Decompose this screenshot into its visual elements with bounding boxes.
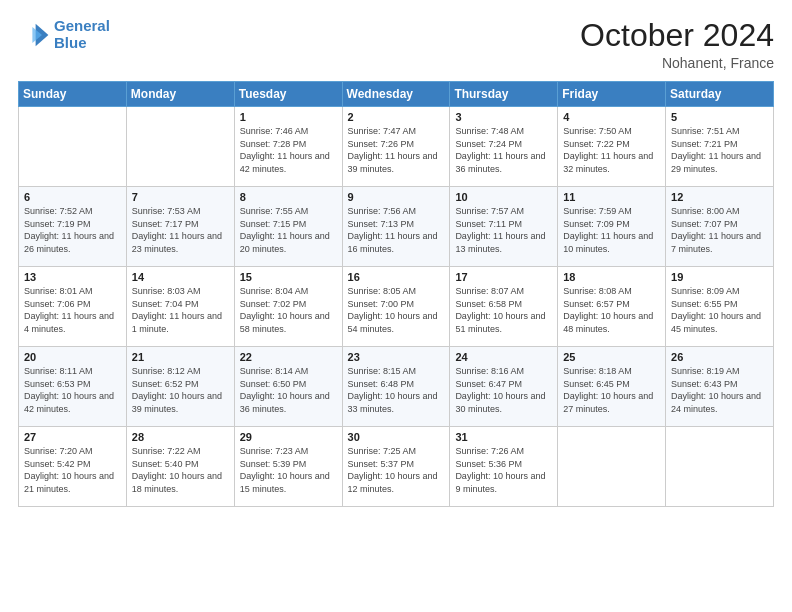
week-row-4: 20Sunrise: 8:11 AMSunset: 6:53 PMDayligh… bbox=[19, 347, 774, 427]
day-number: 9 bbox=[348, 191, 445, 203]
day-number: 30 bbox=[348, 431, 445, 443]
calendar-table: SundayMondayTuesdayWednesdayThursdayFrid… bbox=[18, 81, 774, 507]
weekday-header-wednesday: Wednesday bbox=[342, 82, 450, 107]
calendar-cell: 11Sunrise: 7:59 AMSunset: 7:09 PMDayligh… bbox=[558, 187, 666, 267]
day-info: Sunrise: 7:55 AMSunset: 7:15 PMDaylight:… bbox=[240, 205, 337, 255]
calendar-cell bbox=[666, 427, 774, 507]
day-info: Sunrise: 7:59 AMSunset: 7:09 PMDaylight:… bbox=[563, 205, 660, 255]
calendar-cell: 16Sunrise: 8:05 AMSunset: 7:00 PMDayligh… bbox=[342, 267, 450, 347]
month-title: October 2024 bbox=[580, 18, 774, 53]
day-info: Sunrise: 7:47 AMSunset: 7:26 PMDaylight:… bbox=[348, 125, 445, 175]
calendar-cell: 6Sunrise: 7:52 AMSunset: 7:19 PMDaylight… bbox=[19, 187, 127, 267]
day-number: 17 bbox=[455, 271, 552, 283]
day-info: Sunrise: 7:50 AMSunset: 7:22 PMDaylight:… bbox=[563, 125, 660, 175]
day-number: 23 bbox=[348, 351, 445, 363]
day-number: 19 bbox=[671, 271, 768, 283]
calendar-cell: 23Sunrise: 8:15 AMSunset: 6:48 PMDayligh… bbox=[342, 347, 450, 427]
day-info: Sunrise: 7:46 AMSunset: 7:28 PMDaylight:… bbox=[240, 125, 337, 175]
day-number: 14 bbox=[132, 271, 229, 283]
calendar-cell: 27Sunrise: 7:20 AMSunset: 5:42 PMDayligh… bbox=[19, 427, 127, 507]
day-number: 13 bbox=[24, 271, 121, 283]
day-info: Sunrise: 7:26 AMSunset: 5:36 PMDaylight:… bbox=[455, 445, 552, 495]
day-info: Sunrise: 8:11 AMSunset: 6:53 PMDaylight:… bbox=[24, 365, 121, 415]
logo-text: General Blue bbox=[54, 18, 110, 51]
day-info: Sunrise: 8:09 AMSunset: 6:55 PMDaylight:… bbox=[671, 285, 768, 335]
calendar-cell bbox=[558, 427, 666, 507]
day-info: Sunrise: 8:03 AMSunset: 7:04 PMDaylight:… bbox=[132, 285, 229, 335]
day-number: 25 bbox=[563, 351, 660, 363]
calendar-page: General Blue October 2024 Nohanent, Fran… bbox=[0, 0, 792, 612]
calendar-cell bbox=[19, 107, 127, 187]
weekday-header-tuesday: Tuesday bbox=[234, 82, 342, 107]
title-block: October 2024 Nohanent, France bbox=[580, 18, 774, 71]
calendar-cell: 9Sunrise: 7:56 AMSunset: 7:13 PMDaylight… bbox=[342, 187, 450, 267]
day-number: 16 bbox=[348, 271, 445, 283]
logo-icon bbox=[18, 19, 50, 51]
day-number: 31 bbox=[455, 431, 552, 443]
logo-blue: Blue bbox=[54, 34, 87, 51]
calendar-cell: 1Sunrise: 7:46 AMSunset: 7:28 PMDaylight… bbox=[234, 107, 342, 187]
day-info: Sunrise: 7:52 AMSunset: 7:19 PMDaylight:… bbox=[24, 205, 121, 255]
day-info: Sunrise: 7:48 AMSunset: 7:24 PMDaylight:… bbox=[455, 125, 552, 175]
day-number: 3 bbox=[455, 111, 552, 123]
day-info: Sunrise: 7:22 AMSunset: 5:40 PMDaylight:… bbox=[132, 445, 229, 495]
header: General Blue October 2024 Nohanent, Fran… bbox=[18, 18, 774, 71]
calendar-cell: 4Sunrise: 7:50 AMSunset: 7:22 PMDaylight… bbox=[558, 107, 666, 187]
day-number: 28 bbox=[132, 431, 229, 443]
day-number: 5 bbox=[671, 111, 768, 123]
calendar-cell: 7Sunrise: 7:53 AMSunset: 7:17 PMDaylight… bbox=[126, 187, 234, 267]
calendar-cell: 29Sunrise: 7:23 AMSunset: 5:39 PMDayligh… bbox=[234, 427, 342, 507]
day-info: Sunrise: 8:14 AMSunset: 6:50 PMDaylight:… bbox=[240, 365, 337, 415]
day-number: 4 bbox=[563, 111, 660, 123]
calendar-cell: 8Sunrise: 7:55 AMSunset: 7:15 PMDaylight… bbox=[234, 187, 342, 267]
calendar-cell: 10Sunrise: 7:57 AMSunset: 7:11 PMDayligh… bbox=[450, 187, 558, 267]
day-number: 2 bbox=[348, 111, 445, 123]
day-info: Sunrise: 8:12 AMSunset: 6:52 PMDaylight:… bbox=[132, 365, 229, 415]
day-number: 29 bbox=[240, 431, 337, 443]
day-info: Sunrise: 7:53 AMSunset: 7:17 PMDaylight:… bbox=[132, 205, 229, 255]
day-number: 7 bbox=[132, 191, 229, 203]
calendar-cell: 22Sunrise: 8:14 AMSunset: 6:50 PMDayligh… bbox=[234, 347, 342, 427]
day-info: Sunrise: 8:19 AMSunset: 6:43 PMDaylight:… bbox=[671, 365, 768, 415]
calendar-cell bbox=[126, 107, 234, 187]
calendar-cell: 12Sunrise: 8:00 AMSunset: 7:07 PMDayligh… bbox=[666, 187, 774, 267]
day-info: Sunrise: 8:18 AMSunset: 6:45 PMDaylight:… bbox=[563, 365, 660, 415]
day-number: 21 bbox=[132, 351, 229, 363]
calendar-cell: 20Sunrise: 8:11 AMSunset: 6:53 PMDayligh… bbox=[19, 347, 127, 427]
calendar-cell: 2Sunrise: 7:47 AMSunset: 7:26 PMDaylight… bbox=[342, 107, 450, 187]
calendar-cell: 3Sunrise: 7:48 AMSunset: 7:24 PMDaylight… bbox=[450, 107, 558, 187]
day-info: Sunrise: 8:15 AMSunset: 6:48 PMDaylight:… bbox=[348, 365, 445, 415]
day-info: Sunrise: 8:04 AMSunset: 7:02 PMDaylight:… bbox=[240, 285, 337, 335]
calendar-cell: 31Sunrise: 7:26 AMSunset: 5:36 PMDayligh… bbox=[450, 427, 558, 507]
weekday-header-row: SundayMondayTuesdayWednesdayThursdayFrid… bbox=[19, 82, 774, 107]
day-number: 8 bbox=[240, 191, 337, 203]
day-number: 24 bbox=[455, 351, 552, 363]
weekday-header-friday: Friday bbox=[558, 82, 666, 107]
calendar-cell: 28Sunrise: 7:22 AMSunset: 5:40 PMDayligh… bbox=[126, 427, 234, 507]
day-number: 26 bbox=[671, 351, 768, 363]
day-number: 10 bbox=[455, 191, 552, 203]
day-number: 27 bbox=[24, 431, 121, 443]
calendar-cell: 15Sunrise: 8:04 AMSunset: 7:02 PMDayligh… bbox=[234, 267, 342, 347]
calendar-cell: 24Sunrise: 8:16 AMSunset: 6:47 PMDayligh… bbox=[450, 347, 558, 427]
calendar-cell: 13Sunrise: 8:01 AMSunset: 7:06 PMDayligh… bbox=[19, 267, 127, 347]
calendar-cell: 17Sunrise: 8:07 AMSunset: 6:58 PMDayligh… bbox=[450, 267, 558, 347]
day-info: Sunrise: 7:20 AMSunset: 5:42 PMDaylight:… bbox=[24, 445, 121, 495]
day-info: Sunrise: 7:51 AMSunset: 7:21 PMDaylight:… bbox=[671, 125, 768, 175]
day-info: Sunrise: 7:57 AMSunset: 7:11 PMDaylight:… bbox=[455, 205, 552, 255]
calendar-cell: 25Sunrise: 8:18 AMSunset: 6:45 PMDayligh… bbox=[558, 347, 666, 427]
calendar-cell: 30Sunrise: 7:25 AMSunset: 5:37 PMDayligh… bbox=[342, 427, 450, 507]
day-info: Sunrise: 7:23 AMSunset: 5:39 PMDaylight:… bbox=[240, 445, 337, 495]
day-number: 18 bbox=[563, 271, 660, 283]
weekday-header-thursday: Thursday bbox=[450, 82, 558, 107]
day-number: 12 bbox=[671, 191, 768, 203]
location-title: Nohanent, France bbox=[580, 55, 774, 71]
day-number: 22 bbox=[240, 351, 337, 363]
weekday-header-monday: Monday bbox=[126, 82, 234, 107]
calendar-cell: 18Sunrise: 8:08 AMSunset: 6:57 PMDayligh… bbox=[558, 267, 666, 347]
day-number: 15 bbox=[240, 271, 337, 283]
logo-general: General bbox=[54, 17, 110, 34]
day-number: 1 bbox=[240, 111, 337, 123]
day-info: Sunrise: 8:05 AMSunset: 7:00 PMDaylight:… bbox=[348, 285, 445, 335]
week-row-1: 1Sunrise: 7:46 AMSunset: 7:28 PMDaylight… bbox=[19, 107, 774, 187]
